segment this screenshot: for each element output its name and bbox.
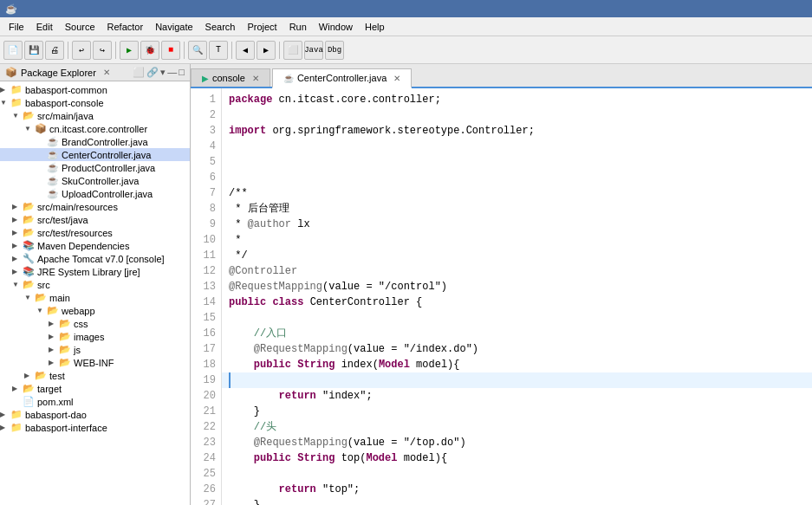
tree-item-babasport-common[interactable]: ▶ 📁 babasport-common — [0, 83, 190, 96]
tree-arrow[interactable]: ▶ — [12, 242, 23, 249]
java-button[interactable]: Java — [304, 41, 323, 60]
debug-perspective-button[interactable]: Dbg — [325, 41, 344, 60]
tree-item-src-main-java[interactable]: ▼ 📂 src/main/java — [0, 109, 190, 122]
code-line-6 — [229, 170, 805, 185]
tree-arrow[interactable]: ▶ — [12, 203, 23, 210]
perspective-button[interactable]: ⬜ — [283, 41, 302, 60]
tree-item-cn-itcast[interactable]: ▼ 📦 cn.itcast.core.controller — [0, 122, 190, 135]
menu-item-refactor[interactable]: Refactor — [102, 20, 149, 34]
link-editor-button[interactable]: 🔗 — [146, 67, 159, 78]
tree-item-src-main-resources[interactable]: ▶ 📂 src/main/resources — [0, 200, 190, 213]
menu-item-source[interactable]: Source — [60, 20, 101, 34]
tree-label: webapp — [62, 306, 95, 316]
tree-arrow[interactable]: ▶ — [49, 359, 59, 366]
package-explorer-close-icon[interactable]: ✕ — [103, 68, 110, 77]
tree-arrow[interactable]: ▼ — [12, 281, 23, 288]
tree-arrow[interactable]: ▶ — [49, 346, 59, 353]
tree-arrow[interactable]: ▼ — [12, 112, 23, 120]
tree-item-jre-system[interactable]: ▶ 📚 JRE System Library [jre] — [0, 265, 190, 278]
menu-item-navigate[interactable]: Navigate — [150, 20, 198, 34]
tab-close-console[interactable]: ✕ — [252, 74, 259, 83]
tree-arrow[interactable]: ▶ — [49, 333, 59, 340]
menu-item-edit[interactable]: Edit — [31, 20, 58, 34]
tree-item-UploadController[interactable]: ☕ UploadController.java — [0, 187, 190, 200]
view-menu-button[interactable]: ▾ — [160, 67, 166, 78]
tree-item-src[interactable]: ▼ 📂 src — [0, 278, 190, 291]
redo-button[interactable]: ↪ — [93, 41, 112, 60]
stop-button[interactable]: ■ — [161, 41, 180, 60]
next-button[interactable]: ▶ — [257, 41, 276, 60]
code-content[interactable]: package cn.itcast.core.controller; impor… — [222, 88, 812, 505]
tree-arrow[interactable]: ▶ — [24, 372, 35, 379]
menu-item-help[interactable]: Help — [360, 20, 390, 34]
tree-arrow[interactable]: ▶ — [12, 216, 23, 223]
tree-arrow[interactable]: ▶ — [0, 86, 10, 94]
print-button[interactable]: 🖨 — [45, 41, 64, 60]
run-button[interactable]: ▶ — [120, 41, 139, 60]
tree-item-main[interactable]: ▼ 📂 main — [0, 291, 190, 304]
tree-label: test — [49, 371, 65, 381]
tree-arrow[interactable]: ▶ — [12, 255, 23, 262]
open-type-button[interactable]: T — [209, 41, 228, 60]
tree-item-SkuController[interactable]: ☕ SkuController.java — [0, 174, 190, 187]
tree-item-css[interactable]: ▶ 📂 css — [0, 317, 190, 330]
tree-item-pom-xml[interactable]: 📄 pom.xml — [0, 395, 190, 408]
tree-arrow[interactable]: ▶ — [0, 424, 10, 431]
code-editor[interactable]: 1234567891011121314151617181920212223242… — [191, 88, 812, 505]
tree-item-babasport-console[interactable]: ▼ 📁 babasport-console — [0, 96, 190, 109]
tree-item-target[interactable]: ▶ 📂 target — [0, 382, 190, 395]
code-line-15 — [229, 310, 805, 326]
minimize-button[interactable]: — — [167, 67, 177, 78]
menu-item-window[interactable]: Window — [314, 20, 358, 34]
tree-arrow[interactable]: ▼ — [24, 125, 35, 133]
tree-item-babasport-dao[interactable]: ▶ 📁 babasport-dao — [0, 408, 190, 421]
tree-arrow[interactable]: ▶ — [12, 385, 23, 392]
tree-label: cn.itcast.core.controller — [49, 124, 147, 134]
tree-arrow[interactable]: ▶ — [0, 411, 10, 418]
undo-button[interactable]: ↩ — [72, 41, 91, 60]
line-number-5: 5 — [191, 154, 221, 170]
tree-item-src-test-java[interactable]: ▶ 📂 src/test/java — [0, 213, 190, 226]
tree-arrow[interactable]: ▼ — [24, 294, 35, 301]
tree-item-src-test-resources[interactable]: ▶ 📂 src/test/resources — [0, 226, 190, 239]
tree-arrow[interactable]: ▼ — [0, 99, 10, 107]
tree-item-WEB-INF[interactable]: ▶ 📂 WEB-INF — [0, 356, 190, 369]
tree-item-ProductController[interactable]: ☕ ProductController.java — [0, 161, 190, 174]
line-number-8: 8 — [191, 201, 221, 217]
tree-item-apache-tomcat[interactable]: ▶ 🔧 Apache Tomcat v7.0 [console] — [0, 252, 190, 265]
menu-item-run[interactable]: Run — [284, 20, 312, 34]
tree-label: babasport-interface — [25, 423, 107, 433]
prev-button[interactable]: ◀ — [236, 41, 255, 60]
line-number-4: 4 — [191, 139, 221, 154]
new-button[interactable]: 📄 — [3, 41, 23, 60]
tree-item-CenterController[interactable]: ☕ CenterController.java — [0, 148, 190, 161]
editor-tabs: ▶ console ✕ ☕ CenterController.java ✕ — [191, 64, 812, 88]
tree-arrow[interactable]: ▶ — [12, 268, 23, 275]
tab-console[interactable]: ▶ console ✕ — [191, 68, 270, 87]
menu-item-file[interactable]: File — [3, 20, 29, 34]
collapse-all-button[interactable]: ⬜ — [133, 67, 145, 78]
tree-icon-folder: 📂 — [59, 318, 71, 329]
save-button[interactable]: 💾 — [24, 41, 43, 60]
title-icon: ☕ — [5, 3, 17, 15]
tree-item-js[interactable]: ▶ 📂 js — [0, 343, 190, 356]
tree-item-maven-deps[interactable]: ▶ 📚 Maven Dependencies — [0, 239, 190, 252]
menu-item-project[interactable]: Project — [242, 20, 282, 34]
tree-item-images[interactable]: ▶ 📂 images — [0, 330, 190, 343]
debug-button[interactable]: 🐞 — [140, 41, 159, 60]
tree-arrow[interactable]: ▼ — [36, 307, 47, 314]
tree-item-test[interactable]: ▶ 📂 test — [0, 369, 190, 382]
tree-arrow[interactable]: ▶ — [12, 229, 23, 236]
search-button[interactable]: 🔍 — [188, 41, 207, 60]
tree-icon-java: ☕ — [47, 136, 59, 147]
tree-item-babasport-interface[interactable]: ▶ 📁 babasport-interface — [0, 421, 190, 434]
maximize-button[interactable]: □ — [179, 67, 185, 78]
tree-icon-java: ☕ — [47, 149, 59, 160]
tree-arrow[interactable]: ▶ — [49, 320, 59, 327]
tree-label: src/test/resources — [37, 228, 113, 238]
tab-close-center-controller[interactable]: ✕ — [393, 74, 400, 83]
menu-item-search[interactable]: Search — [200, 20, 241, 34]
tree-item-BrandController[interactable]: ☕ BrandController.java — [0, 135, 190, 148]
tree-item-webapp[interactable]: ▼ 📂 webapp — [0, 304, 190, 317]
tab-center-controller[interactable]: ☕ CenterController.java ✕ — [272, 68, 412, 88]
